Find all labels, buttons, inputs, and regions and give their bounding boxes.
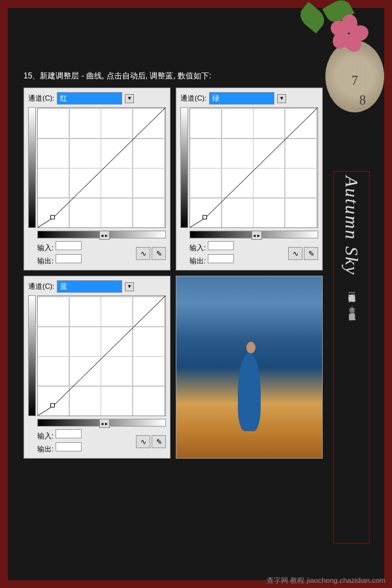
result-preview-image [176, 276, 323, 459]
sidebar-info: Autumn Sky 一种蓝黄调调色教程 作者：凯文多拉 思缘论坛原创教程模板 [333, 171, 370, 544]
step-instruction: 15、新建调整层 - 曲线, 点击自动后, 调整蓝, 数值如下: [24, 71, 211, 82]
flower-decoration [332, 14, 371, 54]
input-field[interactable] [208, 241, 234, 250]
curves-panel-blue: 通道(C): 蓝 ▼ ◄► 输入: 输出: ∿ [24, 276, 171, 459]
output-label: 输出: [189, 257, 206, 265]
pencil-tool-icon[interactable]: ✎ [304, 247, 318, 260]
channel-value: 红 [60, 93, 67, 103]
clock-number-7: 7 [351, 73, 358, 88]
output-field[interactable] [56, 442, 82, 451]
svg-rect-2 [51, 404, 55, 407]
channel-label: 通道(C): [28, 93, 54, 103]
channel-label: 通道(C): [28, 282, 54, 291]
gradient-handle[interactable]: ◄► [99, 231, 110, 240]
curves-panels-grid: 通道(C): 红 ▼ ◄► 输入: 输出: ∿ [24, 88, 323, 459]
input-label: 输入: [37, 432, 54, 440]
vertical-gradient [180, 107, 188, 228]
pencil-tool-icon[interactable]: ✎ [152, 247, 166, 260]
horizontal-gradient[interactable]: ◄► [37, 419, 166, 427]
curves-panel-green: 通道(C): 绿 ▼ ◄► 输入: 输出: ∿ [176, 88, 323, 270]
channel-select[interactable]: 绿 [209, 92, 274, 105]
channel-value: 绿 [212, 93, 220, 103]
input-label: 输入: [189, 244, 206, 252]
channel-value: 蓝 [60, 282, 67, 291]
input-field[interactable] [56, 241, 82, 250]
gradient-handle[interactable]: ◄► [99, 419, 110, 428]
figure-head [246, 342, 255, 353]
channel-dropdown-arrow[interactable]: ▼ [125, 282, 134, 291]
curve-tool-icon[interactable]: ∿ [136, 435, 150, 448]
figure-body [238, 353, 261, 431]
channel-select[interactable]: 红 [57, 92, 122, 105]
channel-dropdown-arrow[interactable]: ▼ [277, 94, 286, 103]
curve-line [38, 108, 165, 227]
svg-rect-0 [51, 216, 55, 219]
channel-select[interactable]: 蓝 [57, 280, 122, 293]
vertical-gradient [28, 295, 36, 416]
output-field[interactable] [56, 254, 82, 263]
watermark: 查字网 教程 jiaocheng.chazidian.com [267, 576, 385, 585]
svg-rect-1 [203, 216, 207, 219]
curve-tool-icon[interactable]: ∿ [136, 247, 150, 260]
curves-panel-red: 通道(C): 红 ▼ ◄► 输入: 输出: ∿ [24, 88, 171, 270]
curve-grid[interactable] [37, 295, 166, 416]
tutorial-title: Autumn Sky [341, 176, 362, 276]
vertical-gradient [28, 107, 36, 228]
curve-grid[interactable] [189, 107, 318, 228]
curve-grid[interactable] [37, 107, 166, 228]
pencil-tool-icon[interactable]: ✎ [152, 435, 166, 448]
curve-line [190, 108, 318, 227]
horizontal-gradient[interactable]: ◄► [37, 231, 166, 238]
gradient-handle[interactable]: ◄► [252, 231, 262, 240]
output-field[interactable] [208, 254, 234, 263]
leaf-decoration [296, 2, 329, 34]
output-label: 输出: [37, 257, 54, 265]
horizontal-gradient[interactable]: ◄► [189, 231, 318, 238]
input-label: 输入: [37, 244, 54, 252]
clock-number-8: 8 [359, 93, 366, 108]
output-label: 输出: [37, 445, 54, 453]
author-label: 作者：凯文多拉 [346, 302, 357, 308]
curve-line [38, 296, 165, 416]
channel-label: 通道(C): [180, 93, 206, 103]
curve-tool-icon[interactable]: ∿ [288, 247, 302, 260]
channel-dropdown-arrow[interactable]: ▼ [125, 94, 134, 103]
input-field[interactable] [56, 429, 82, 438]
